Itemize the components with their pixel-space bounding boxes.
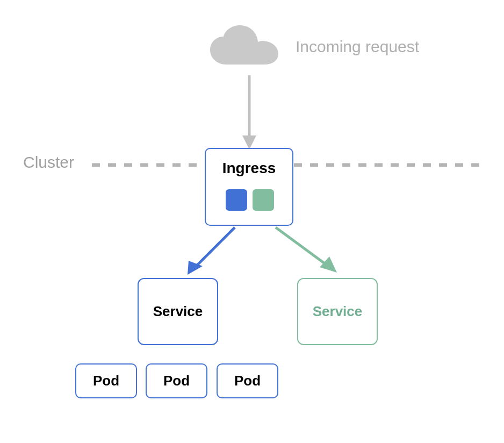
cluster-boundary-left [92,160,205,170]
svg-marker-7 [320,256,337,273]
cloud-icon [207,24,282,75]
arrow-blue-to-service [182,223,241,284]
route-chip-green [253,189,274,211]
cluster-label: Cluster [23,153,74,172]
arrow-green-to-service [271,223,347,284]
arrow-down-gray [241,75,257,153]
pod-box-1: Pod [75,363,137,398]
pod-label-1: Pod [93,373,119,389]
service-box-green: Service [297,278,378,345]
service-label-blue: Service [153,303,203,320]
svg-line-6 [276,227,328,266]
service-label-green: Service [313,303,363,320]
ingress-label: Ingress [206,160,292,177]
pod-label-2: Pod [163,373,190,389]
svg-line-4 [195,227,235,267]
route-chip-blue [226,189,247,211]
incoming-request-label: Incoming request [296,38,419,56]
pod-box-3: Pod [217,363,278,398]
pod-label-3: Pod [234,373,261,389]
service-box-blue: Service [138,278,218,345]
cluster-boundary-right [294,160,479,170]
pod-box-2: Pod [146,363,207,398]
ingress-box: Ingress [205,148,293,226]
